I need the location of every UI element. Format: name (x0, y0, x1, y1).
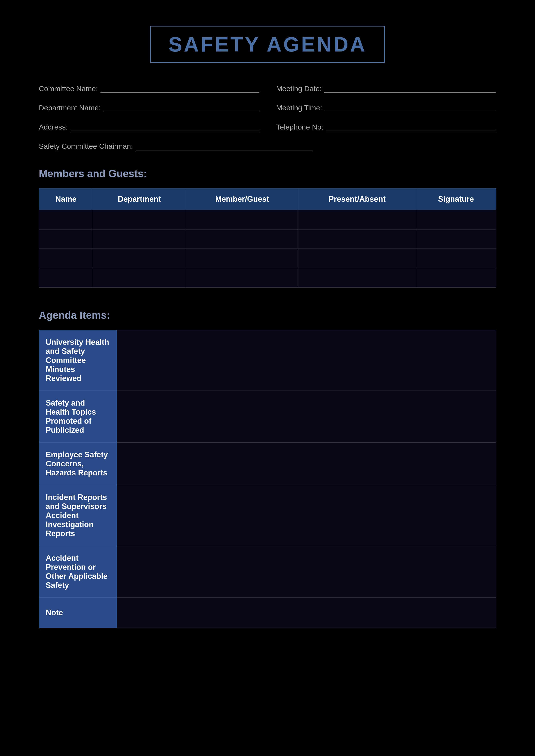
form-row-4: Safety Committee Chairman: (39, 142, 496, 150)
agenda-item-label-5: Note (39, 598, 117, 628)
member-signature-cell[interactable] (416, 249, 496, 268)
meeting-time-field: Meeting Time: (276, 104, 496, 112)
member-name-cell[interactable] (39, 268, 93, 287)
chairman-label: Safety Committee Chairman: (39, 142, 133, 150)
member-guest-cell[interactable] (186, 229, 298, 249)
agenda-item-content-3[interactable] (117, 485, 496, 546)
agenda-table: University Health and Safety Committee M… (39, 330, 496, 628)
members-section: Members and Guests: Name Department Memb… (39, 168, 496, 288)
col-member-guest: Member/Guest (186, 188, 298, 210)
agenda-item-content-4[interactable] (117, 546, 496, 598)
page-title: SAFETY AGENDA (168, 33, 367, 56)
department-name-field: Department Name: (39, 104, 259, 112)
agenda-item-label-3: Incident Reports and Supervisors Acciden… (39, 485, 117, 546)
form-row-3: Address: Telephone No: (39, 123, 496, 131)
member-guest-cell[interactable] (186, 268, 298, 287)
member-present-cell[interactable] (298, 249, 416, 268)
agenda-section-title: Agenda Items: (39, 309, 496, 321)
agenda-item-content-2[interactable] (117, 443, 496, 485)
address-input[interactable] (70, 123, 259, 131)
col-present-absent: Present/Absent (298, 188, 416, 210)
telephone-field: Telephone No: (276, 123, 496, 131)
list-item: University Health and Safety Committee M… (39, 330, 496, 391)
member-name-cell[interactable] (39, 210, 93, 229)
chairman-input[interactable] (136, 142, 313, 150)
col-signature: Signature (416, 188, 496, 210)
member-department-cell[interactable] (93, 229, 186, 249)
form-section: Committee Name: Meeting Date: Department… (39, 85, 496, 150)
list-item: Accident Prevention or Other Applicable … (39, 546, 496, 598)
table-row (39, 268, 496, 287)
department-name-label: Department Name: (39, 104, 101, 112)
telephone-label: Telephone No: (276, 123, 324, 131)
member-guest-cell[interactable] (186, 210, 298, 229)
title-container: SAFETY AGENDA (39, 26, 496, 63)
address-label: Address: (39, 123, 68, 131)
agenda-item-label-1: Safety and Health Topics Promoted of Pub… (39, 391, 117, 443)
list-item: Note (39, 598, 496, 628)
member-signature-cell[interactable] (416, 210, 496, 229)
address-field: Address: (39, 123, 259, 131)
telephone-input[interactable] (326, 123, 496, 131)
committee-name-field: Committee Name: (39, 85, 259, 93)
agenda-item-label-4: Accident Prevention or Other Applicable … (39, 546, 117, 598)
member-present-cell[interactable] (298, 268, 416, 287)
agenda-item-content-5[interactable] (117, 598, 496, 628)
agenda-item-label-2: Employee Safety Concerns, Hazards Report… (39, 443, 117, 485)
agenda-item-label-0: University Health and Safety Committee M… (39, 330, 117, 391)
meeting-date-field: Meeting Date: (276, 85, 496, 93)
member-guest-cell[interactable] (186, 249, 298, 268)
list-item: Employee Safety Concerns, Hazards Report… (39, 443, 496, 485)
member-name-cell[interactable] (39, 249, 93, 268)
member-signature-cell[interactable] (416, 268, 496, 287)
member-department-cell[interactable] (93, 268, 186, 287)
agenda-item-content-0[interactable] (117, 330, 496, 391)
table-row (39, 210, 496, 229)
form-row-2: Department Name: Meeting Time: (39, 104, 496, 112)
title-box: SAFETY AGENDA (150, 26, 384, 63)
list-item: Incident Reports and Supervisors Acciden… (39, 485, 496, 546)
member-present-cell[interactable] (298, 210, 416, 229)
form-row-1: Committee Name: Meeting Date: (39, 85, 496, 93)
table-row (39, 249, 496, 268)
col-name: Name (39, 188, 93, 210)
col-department: Department (93, 188, 186, 210)
meeting-time-input[interactable] (325, 104, 496, 112)
committee-name-label: Committee Name: (39, 85, 98, 93)
member-present-cell[interactable] (298, 229, 416, 249)
list-item: Safety and Health Topics Promoted of Pub… (39, 391, 496, 443)
members-table: Name Department Member/Guest Present/Abs… (39, 188, 496, 288)
meeting-date-label: Meeting Date: (276, 85, 322, 93)
members-table-header-row: Name Department Member/Guest Present/Abs… (39, 188, 496, 210)
table-row (39, 229, 496, 249)
member-name-cell[interactable] (39, 229, 93, 249)
meeting-date-input[interactable] (324, 85, 496, 93)
agenda-item-content-1[interactable] (117, 391, 496, 443)
member-signature-cell[interactable] (416, 229, 496, 249)
committee-name-input[interactable] (100, 85, 259, 93)
member-department-cell[interactable] (93, 249, 186, 268)
member-department-cell[interactable] (93, 210, 186, 229)
meeting-time-label: Meeting Time: (276, 104, 323, 112)
department-name-input[interactable] (103, 104, 259, 112)
members-section-title: Members and Guests: (39, 168, 496, 179)
agenda-section: Agenda Items: University Health and Safe… (39, 309, 496, 628)
chairman-field: Safety Committee Chairman: (39, 142, 313, 150)
